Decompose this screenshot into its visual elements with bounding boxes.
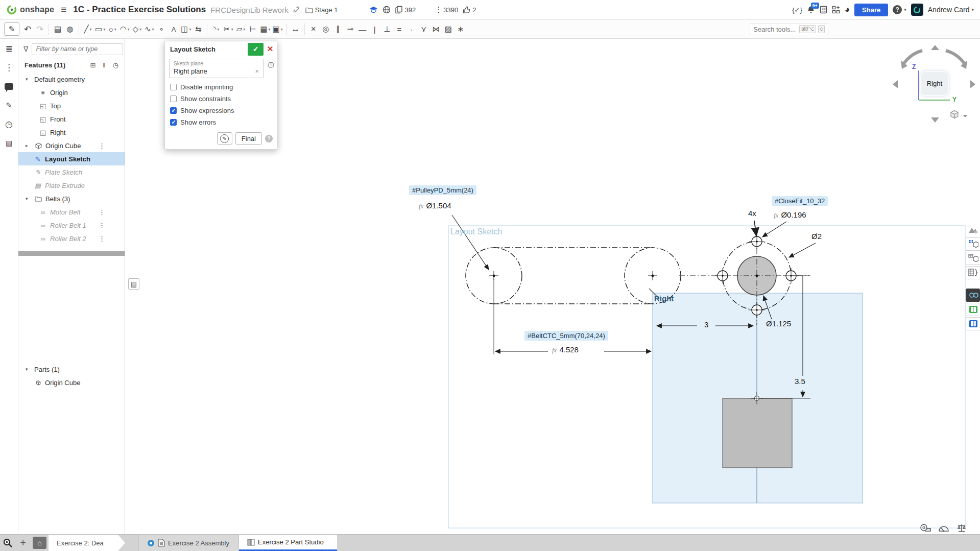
copy-sheet-button[interactable]: ▤ <box>52 22 64 36</box>
line-tool-button[interactable]: ╱▾ <box>82 22 94 36</box>
extend-tool-button[interactable]: ⊢ <box>247 22 259 36</box>
dimension-tool-button[interactable]: ↔ <box>290 22 302 36</box>
text-tool-button[interactable]: A <box>168 22 180 36</box>
featurescript-button[interactable]: {✓} <box>792 6 802 14</box>
insert-image-button[interactable]: ◍ <box>64 22 76 36</box>
chevron-down-icon[interactable]: ▾ <box>26 196 31 201</box>
release-tasks-button[interactable] <box>820 6 827 14</box>
bom-table-panel-button[interactable] <box>966 237 980 251</box>
view-cube-face[interactable]: Right <box>920 71 949 96</box>
offset-tool-button[interactable]: ⇆ <box>192 22 204 36</box>
belt-ctc-dimension[interactable]: fx4.528 <box>552 345 579 354</box>
configuration-panel-button[interactable] <box>966 266 980 279</box>
bolt-circle-dimension[interactable]: Ø2 <box>811 232 822 241</box>
document-location[interactable]: Stage 1 <box>305 6 338 14</box>
copies-count[interactable]: 392 <box>395 6 416 14</box>
features-panel-button[interactable]: ≣ <box>4 43 15 54</box>
hole-count-label[interactable]: 4x <box>748 209 756 218</box>
fix-constraint-button[interactable]: ▨ <box>442 22 455 36</box>
selection-history-icon[interactable]: ◷ <box>268 60 274 69</box>
pattern-tool-button[interactable]: ▦▾ <box>259 22 271 36</box>
tree-item-top-plane[interactable]: ◱ Top <box>18 99 125 112</box>
part-item-origin-cube[interactable]: Origin Cube <box>18 376 125 389</box>
comments-panel-button[interactable] <box>4 81 15 92</box>
user-menu[interactable]: Andrew Card ▾ <box>928 6 974 14</box>
fillet-tool-button[interactable]: ◝▾ <box>210 22 222 36</box>
isometric-cube-icon[interactable] <box>951 111 958 118</box>
notifications-button[interactable]: 9+ <box>807 6 815 14</box>
named-views-panel-button[interactable] <box>966 252 980 265</box>
edu-plan-button[interactable] <box>369 6 378 13</box>
item-menu-icon[interactable]: ⋮ <box>99 142 105 150</box>
view-menu-caret-icon[interactable] <box>963 115 967 117</box>
clear-selection-icon[interactable]: × <box>255 67 259 75</box>
mirror-tool-button[interactable]: ◫▾ <box>180 22 192 36</box>
sketch-mode-button[interactable]: ✎ <box>217 132 232 145</box>
bearing-diameter-dimension[interactable]: Ø1.125 <box>766 319 791 328</box>
feature-filter-input[interactable] <box>32 43 123 55</box>
tree-item-roller-belt-1[interactable]: ∞ Roller Belt 1 ⋮ <box>18 219 125 232</box>
public-document-button[interactable] <box>383 6 391 14</box>
configurations-panel-button[interactable]: ⋮ <box>4 62 15 73</box>
polygon-tool-button[interactable]: ◇▾ <box>131 22 143 36</box>
transform-tool-button[interactable]: ▱▾ <box>234 22 247 36</box>
copy-link-button[interactable] <box>293 6 301 14</box>
home-tab-button[interactable]: ⌂ <box>33 537 46 549</box>
cancel-button[interactable]: ✕ <box>264 43 277 56</box>
parts-header[interactable]: ▾ Parts (1) <box>18 363 125 376</box>
arc-tool-button[interactable]: ◠▾ <box>118 22 131 36</box>
tree-item-origin-cube[interactable]: ▸ Origin Cube ⋮ <box>18 139 125 152</box>
accept-button[interactable]: ✓ <box>248 43 264 56</box>
midpoint-constraint-button[interactable]: ∙ <box>405 22 418 36</box>
parallel-constraint-button[interactable]: ∥ <box>332 22 344 36</box>
tab-exercise-2-part-studio[interactable]: Exercise 2 Part Studio <box>239 535 337 551</box>
share-button[interactable]: Share <box>854 4 888 16</box>
notes-panel-button[interactable]: ✎ <box>4 100 15 111</box>
feature-history-button[interactable]: ◷ <box>113 61 118 69</box>
disable-imprinting-checkbox[interactable]: Disable imprinting <box>165 81 277 93</box>
horizontal-constraint-button[interactable]: ― <box>356 22 369 36</box>
tree-item-layout-sketch[interactable]: ✎ Layout Sketch <box>18 152 125 165</box>
trim-tool-button[interactable]: ✂▾ <box>222 22 234 36</box>
final-button[interactable]: Final <box>235 132 262 145</box>
versions-count[interactable]: ⋮ 3390 <box>435 5 458 14</box>
search-tools[interactable]: alt/⌥ c <box>750 23 828 35</box>
chevron-down-icon[interactable]: ▾ <box>26 77 31 82</box>
tilt-up-arrow[interactable] <box>931 45 939 50</box>
insert-folder-button[interactable]: ⊞ <box>90 61 95 69</box>
chevron-right-icon[interactable]: ▸ <box>26 143 31 148</box>
rotate-left-arrow[interactable] <box>893 80 898 88</box>
likes-count[interactable]: 2 <box>463 6 476 14</box>
redo-button[interactable]: ↷ <box>34 22 46 36</box>
robot-extension-button[interactable] <box>966 289 980 302</box>
document-title[interactable]: 1C - Practice Exercise Solutions <box>73 5 206 15</box>
closefit-expression-badge[interactable]: #CloseFit_10_32 <box>772 196 828 206</box>
coincident-constraint-button[interactable]: × <box>307 22 320 36</box>
pulley-diameter-dimension[interactable]: fxØ1.504 <box>419 201 451 210</box>
perpendicular-constraint-button[interactable]: ⊥ <box>381 22 393 36</box>
spline-tool-button[interactable]: ∿▾ <box>143 22 155 36</box>
tree-item-front-plane[interactable]: ◱ Front <box>18 112 125 126</box>
appearance-panel-button[interactable] <box>966 223 980 236</box>
green-library-extension-button[interactable] <box>966 303 980 316</box>
apps-button[interactable] <box>832 6 840 14</box>
equal-constraint-button[interactable]: = <box>393 22 405 36</box>
belt-ctc-expression-badge[interactable]: #BeltCTC_5mm(70,24,24) <box>524 331 608 341</box>
rectangle-tool-button[interactable]: ▭▾ <box>94 22 106 36</box>
blue-library-extension-button[interactable] <box>966 317 980 330</box>
avatar[interactable] <box>911 4 923 16</box>
tree-item-origin[interactable]: ◉ Origin <box>18 86 125 99</box>
circle-tool-button[interactable]: ○▾ <box>106 22 118 36</box>
tilt-down-arrow[interactable] <box>931 117 939 123</box>
rollback-bar[interactable] <box>18 251 125 256</box>
curve-pattern-button[interactable]: ∗ <box>455 22 467 36</box>
import-dxf-button[interactable]: ▣▾ <box>272 22 284 36</box>
protractor-icon[interactable] <box>938 523 949 533</box>
dialog-help-icon[interactable]: ? <box>265 135 273 142</box>
undo-button[interactable]: ↶ <box>21 22 34 36</box>
show-errors-checkbox[interactable]: Show errors <box>165 116 277 128</box>
origin-cube-face[interactable] <box>723 398 792 468</box>
new-tab-button[interactable]: + <box>15 535 31 551</box>
tab-exercise-2-assembly[interactable]: Exercise 2 Assembly <box>138 535 239 551</box>
mass-properties-icon[interactable] <box>957 523 967 533</box>
